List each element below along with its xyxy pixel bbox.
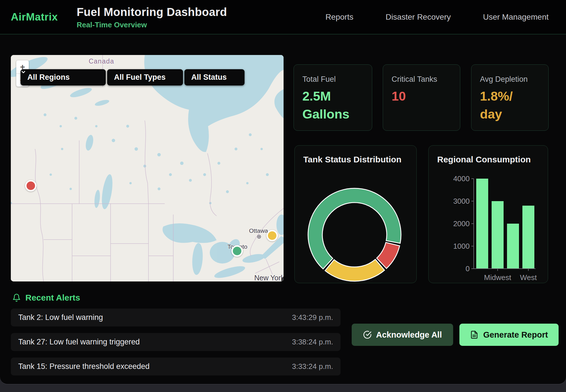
acknowledge-all-button[interactable]: Acknowledge All	[352, 324, 453, 346]
tank-map[interactable]: Canada Ottawa Toronto New York + − All R…	[11, 55, 284, 281]
alert-text: Tank 15: Pressure threshold exceeded	[18, 362, 150, 371]
acknowledge-all-label: Acknowledge All	[376, 330, 442, 340]
consumption-bar	[476, 179, 488, 269]
alert-timestamp: 3:38:24 p.m.	[292, 338, 333, 346]
app-header: AirMatrix Fuel Monitoring Dashboard Real…	[0, 0, 566, 34]
alert-timestamp: 3:43:29 p.m.	[292, 313, 333, 322]
alert-row: Tank 15: Pressure threshold exceeded 3:3…	[11, 358, 341, 375]
generate-report-label: Generate Report	[483, 330, 548, 340]
donut-segment-warning	[325, 259, 385, 281]
stat-card-critical-tanks: Critical Tanks 10	[383, 64, 460, 131]
consumption-bar	[522, 206, 534, 269]
fuel-type-filter-dropdown[interactable]: All Fuel Types	[107, 69, 183, 85]
stat-card-avg-depletion: Avg Depletion 1.8%/day	[471, 64, 549, 131]
map-label-new-york: New York	[254, 274, 284, 282]
y-axis-tick-label: 1000	[453, 242, 470, 250]
file-text-icon	[470, 330, 479, 339]
region-filter-dropdown[interactable]: All Regions	[21, 69, 106, 85]
tank-marker-warning[interactable]	[266, 230, 278, 241]
alert-row: Tank 27: Low fuel warning triggered 3:38…	[11, 333, 341, 351]
alert-text: Tank 27: Low fuel warning triggered	[18, 338, 140, 346]
map-filter-bar: All Regions All Fuel Types All Status	[21, 69, 245, 85]
alert-text: Tank 2: Low fuel warning	[18, 313, 103, 322]
alert-timestamp: 3:33:24 p.m.	[292, 362, 333, 371]
x-axis-tick-label: Midwest	[484, 273, 511, 282]
map-label-canada: Canada	[89, 58, 114, 65]
top-nav: Reports Disaster Recovery User Managemen…	[325, 13, 566, 22]
stat-label: Avg Depletion	[480, 75, 540, 84]
y-axis-tick-label: 0	[466, 264, 470, 273]
status-filter-dropdown[interactable]: All Status	[184, 69, 245, 85]
main-content: AirMatrix Fuel Monitoring Dashboard Real…	[0, 0, 566, 384]
ottawa-city-marker	[257, 235, 261, 239]
title-block: Fuel Monitoring Dashboard Real-Time Over…	[77, 5, 227, 29]
recent-alerts-header: Recent Alerts	[12, 293, 80, 303]
check-circle-icon	[363, 330, 372, 339]
nav-item-reports[interactable]: Reports	[325, 13, 353, 22]
generate-report-button[interactable]: Generate Report	[459, 324, 559, 346]
stat-value: 1.8%/day	[480, 87, 540, 123]
fuel-type-filter-value: All Fuel Types	[114, 73, 166, 82]
regional-consumption-bar-chart: 01000200030004000MidwestWest	[429, 146, 548, 283]
stat-label: Critical Tanks	[392, 75, 451, 84]
bell-icon	[12, 293, 21, 302]
regional-consumption-card: Regional Consumption 01000200030004000Mi…	[428, 145, 548, 283]
tank-marker-critical[interactable]	[25, 180, 36, 191]
status-filter-value: All Status	[191, 73, 227, 82]
x-axis-tick-label: West	[520, 273, 537, 282]
stat-label: Total Fuel	[302, 75, 363, 84]
brand-logo: AirMatrix	[11, 11, 58, 23]
map-label-ottawa: Ottawa	[249, 227, 268, 234]
stat-card-total-fuel: Total Fuel 2.5MGallons	[294, 64, 372, 131]
tank-status-distribution-card: Tank Status Distribution	[294, 145, 417, 283]
stat-value: 10	[392, 87, 451, 105]
tank-marker-normal[interactable]	[231, 245, 243, 257]
nav-item-user-management[interactable]: User Management	[483, 13, 549, 22]
page-subtitle: Real-Time Overview	[77, 21, 227, 29]
consumption-bar	[492, 201, 504, 269]
consumption-bar	[507, 224, 519, 269]
recent-alerts-title: Recent Alerts	[25, 293, 80, 303]
nav-item-disaster-recovery[interactable]: Disaster Recovery	[386, 13, 451, 22]
chevron-down-icon	[21, 69, 26, 75]
stat-value: 2.5MGallons	[302, 87, 363, 123]
y-axis-tick-label: 2000	[453, 219, 470, 228]
fuel-monitoring-dashboard: AirMatrix Fuel Monitoring Dashboard Real…	[0, 0, 566, 392]
page-title: Fuel Monitoring Dashboard	[77, 6, 227, 19]
y-axis-tick-label: 3000	[453, 197, 470, 205]
y-axis-tick-label: 4000	[453, 174, 470, 183]
map-drag-handle[interactable]	[281, 277, 284, 281]
tank-status-donut-chart	[295, 146, 417, 283]
alert-row: Tank 2: Low fuel warning 3:43:29 p.m.	[11, 309, 341, 326]
region-filter-value: All Regions	[27, 73, 70, 82]
